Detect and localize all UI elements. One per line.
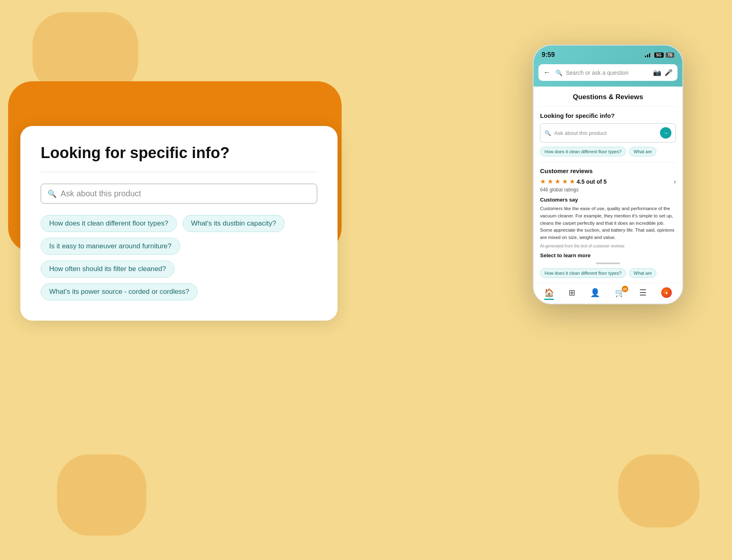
phone-content-area: Questions & Reviews Looking for specific… — [534, 87, 682, 278]
nav-profile-button[interactable]: 👤 — [590, 288, 600, 297]
phone-customers-say-title: Customers say — [540, 197, 676, 203]
phone-star-rating: ★ ★ ★ ★ ★ 4.5 out of 5 — [540, 178, 607, 185]
search-icon: 🔍 — [48, 189, 57, 198]
phone-scroll-indicator — [596, 263, 620, 264]
phone-search-area: ← 🔍 Search or ask a question 📷 🎤 — [534, 64, 682, 87]
phone-bottom-chip-floor[interactable]: How does it clean different floor types? — [540, 268, 626, 278]
phone-search-icon: 🔍 — [556, 69, 562, 76]
phone-chip-what-are[interactable]: What are — [629, 147, 656, 156]
phone-select-more: Select to learn more — [540, 252, 676, 258]
phone-ask-bar[interactable]: 🔍 Ask about this product → — [540, 123, 676, 143]
home-icon: 🏠 — [544, 288, 554, 297]
phone-outer-shell: 9:59 5G 76 ← 🔍 Search or ask a question … — [533, 45, 683, 304]
star-2: ★ — [547, 178, 553, 185]
nav-home-button[interactable]: 🏠 — [544, 288, 554, 297]
status-icons: 5G 76 — [645, 52, 674, 58]
phone-mockup: 9:59 5G 76 ← 🔍 Search or ask a question … — [533, 45, 683, 304]
star-3: ★ — [555, 178, 560, 185]
signal-bars-icon — [645, 52, 652, 57]
phone-chip-floor[interactable]: How does it clean different floor types? — [540, 147, 626, 156]
phone-search-bar[interactable]: ← 🔍 Search or ask a question 📷 🎤 — [538, 64, 678, 81]
nav-grid-button[interactable]: ⊞ — [569, 288, 575, 297]
phone-search-placeholder: Search or ask a question — [566, 69, 650, 76]
phone-section-title: Questions & Reviews — [540, 87, 676, 106]
left-info-card: Looking for specific info? 🔍 Ask about t… — [20, 126, 338, 321]
nav-cart-button[interactable]: 🛒 20 — [615, 288, 625, 297]
phone-section-divider — [540, 162, 676, 163]
chip-floor-types[interactable]: How does it clean different floor types? — [41, 215, 177, 232]
star-1: ★ — [540, 178, 546, 185]
phone-ask-search-icon: 🔍 — [545, 130, 551, 136]
status-time: 9:59 — [542, 51, 555, 59]
phone-ask-placeholder: Ask about this product — [554, 130, 657, 136]
suggestion-chips-container: How does it clean different floor types?… — [41, 215, 317, 300]
phone-rating-text: 4.5 out of 5 — [577, 178, 607, 185]
chevron-right-icon[interactable]: › — [674, 178, 676, 185]
chip-filter[interactable]: How often should its filter be cleaned? — [41, 260, 174, 278]
phone-stars-row[interactable]: ★ ★ ★ ★ ★ 4.5 out of 5 › — [540, 178, 676, 185]
mic-icon[interactable]: 🎤 — [664, 69, 673, 76]
left-card-title: Looking for specific info? — [41, 144, 317, 162]
phone-reviews-title: Customer reviews — [540, 167, 676, 174]
nav-menu-button[interactable]: ☰ — [639, 288, 647, 297]
phone-bottom-chip-what[interactable]: What are — [629, 268, 656, 278]
bg-decoration-bottom-left — [57, 454, 146, 536]
alexa-icon: ● — [661, 287, 672, 298]
cart-badge: 20 — [622, 286, 628, 292]
search-placeholder-text: Ask about this product — [61, 189, 141, 198]
camera-icon[interactable]: 📷 — [653, 69, 661, 76]
grid-icon: ⊞ — [569, 288, 575, 297]
back-arrow-icon[interactable]: ← — [543, 68, 551, 77]
bg-decoration-bottom-right — [618, 454, 699, 527]
phone-review-text: Customers like the ease of use, quality … — [540, 205, 676, 241]
phone-ai-note: AI-generated from the text of customer r… — [540, 244, 676, 248]
chip-maneuver[interactable]: Is it easy to maneuver around furniture? — [41, 238, 180, 255]
left-search-bar[interactable]: 🔍 Ask about this product — [41, 184, 317, 204]
phone-looking-for-title: Looking for specific info? — [540, 112, 676, 119]
star-5-half: ★ — [569, 178, 575, 185]
phone-bottom-chips: How does it clean different floor types?… — [540, 268, 676, 278]
card-divider — [41, 172, 317, 172]
home-active-indicator — [544, 299, 554, 300]
battery-badge: 76 — [666, 52, 674, 58]
chip-power-source[interactable]: What's its power source - corded or cord… — [41, 283, 198, 300]
5g-badge: 5G — [654, 52, 664, 58]
phone-global-ratings: 646 global ratings — [540, 187, 676, 193]
user-icon: 👤 — [590, 288, 600, 297]
menu-icon: ☰ — [639, 288, 647, 297]
star-4: ★ — [562, 178, 568, 185]
chip-dustbin[interactable]: What's its dustbin capacity? — [183, 215, 285, 232]
phone-suggestion-chips: How does it clean different floor types?… — [540, 147, 676, 156]
phone-status-bar: 9:59 5G 76 — [534, 46, 682, 64]
phone-ask-submit-button[interactable]: → — [660, 127, 671, 139]
nav-alexa-button[interactable]: ● — [661, 287, 672, 298]
phone-bottom-nav: 🏠 ⊞ 👤 🛒 20 ☰ ● — [534, 283, 682, 304]
